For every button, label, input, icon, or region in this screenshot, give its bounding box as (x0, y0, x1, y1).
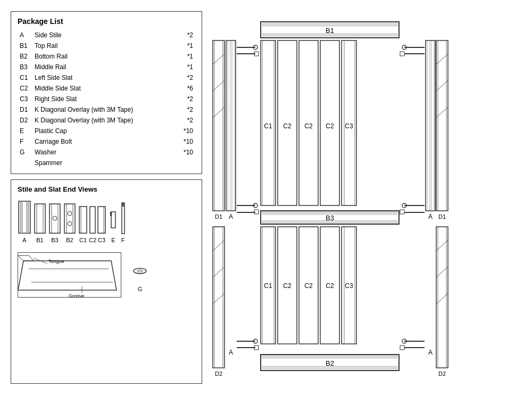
item-code: B3 (18, 62, 32, 72)
item-name: Washer (32, 147, 139, 158)
svg-marker-34 (18, 256, 34, 261)
svg-text:C2: C2 (283, 282, 292, 290)
svg-text:C2: C2 (283, 122, 292, 130)
svg-text:C1: C1 (264, 282, 272, 290)
svg-point-11 (53, 216, 57, 220)
item-name: Bottom Rail (32, 51, 139, 62)
item-name: Plastic Cap (32, 126, 139, 136)
svg-rect-4 (35, 204, 45, 233)
svg-rect-58 (427, 40, 430, 211)
svg-text:A: A (229, 349, 233, 356)
package-item: C1 Left Side Slat *2 (18, 72, 195, 83)
svg-rect-31 (122, 203, 124, 207)
d1-left-label: D1 (215, 213, 222, 220)
item-code: C2 (18, 83, 32, 94)
item-qty: *2 (139, 104, 195, 115)
item-name: K Diagonal Overlay (with 3M Tape) (32, 104, 139, 115)
svg-text:C2: C2 (326, 282, 334, 290)
svg-text:Tongue: Tongue (48, 259, 64, 264)
svg-text:Groove: Groove (69, 293, 85, 298)
svg-rect-45 (232, 40, 235, 211)
item-qty: *6 (139, 83, 195, 94)
washer-label: G (138, 286, 143, 292)
a-right-top-label: A (428, 213, 433, 220)
item-qty: *10 (139, 136, 195, 147)
svg-rect-106 (400, 345, 404, 350)
svg-text:C3: C3 (98, 237, 105, 243)
item-code: D1 (18, 104, 32, 115)
item-code: A (18, 30, 32, 40)
package-item: D2 K Diagonal Overlay (with 3M Tape) *2 (18, 115, 195, 126)
item-qty: *2 (139, 72, 195, 83)
svg-rect-22 (90, 207, 95, 233)
svg-text:C2: C2 (304, 122, 313, 130)
svg-point-17 (68, 221, 72, 226)
item-qty: *2 (139, 115, 195, 126)
svg-rect-2 (27, 201, 29, 233)
svg-rect-27 (111, 212, 115, 228)
b2-label: B2 (326, 359, 334, 367)
svg-text:B3: B3 (51, 237, 58, 243)
svg-text:C2: C2 (89, 237, 96, 243)
svg-rect-56 (400, 52, 404, 56)
item-code: C3 (18, 94, 32, 104)
a-left-top-label: A (229, 213, 233, 220)
item-name: K Diagonal Overlay (with 3M Tape) (32, 115, 139, 126)
package-list-box: Package List A Side Stile *2 B1 Top Rail… (11, 11, 202, 174)
item-code: B2 (18, 51, 32, 62)
assembly-diagram: A B1 A C1 (207, 11, 521, 384)
d2-right-label: D2 (438, 371, 446, 377)
svg-rect-24 (98, 207, 105, 233)
item-code (18, 158, 32, 168)
end-views-svg: A B1 B3 B2 (18, 199, 193, 246)
svg-text:E: E (111, 237, 115, 243)
svg-point-42 (137, 270, 143, 272)
svg-text:B1: B1 (36, 237, 43, 243)
svg-text:C2: C2 (326, 122, 334, 130)
d1-right-label: D1 (438, 213, 446, 220)
item-name: Spammer (32, 158, 139, 168)
item-qty: *1 (139, 51, 195, 62)
item-code: C1 (18, 72, 32, 83)
item-qty: *2 (139, 30, 195, 40)
svg-text:C3: C3 (345, 282, 353, 290)
svg-rect-51 (262, 23, 397, 26)
svg-rect-43 (226, 40, 236, 211)
svg-rect-44 (228, 40, 230, 211)
package-list-title: Package List (18, 17, 195, 26)
tongue-groove-svg: Tongue Groove (18, 253, 122, 298)
svg-rect-28 (110, 212, 112, 216)
item-qty: *10 (139, 126, 195, 136)
item-name: Middle Side Slat (32, 83, 139, 94)
svg-point-16 (68, 211, 72, 216)
item-name: Middle Rail (32, 62, 139, 72)
item-code: E (18, 126, 32, 136)
item-qty: *1 (139, 62, 195, 72)
item-code: D2 (18, 115, 32, 126)
svg-rect-57 (426, 40, 435, 211)
package-table: A Side Stile *2 B1 Top Rail *1 B2 Bottom… (18, 30, 195, 168)
item-code: F (18, 136, 32, 147)
svg-point-41 (134, 268, 146, 274)
svg-rect-8 (49, 204, 60, 233)
item-name: Carriage Bolt (32, 136, 139, 147)
b3-label: B3 (326, 214, 334, 222)
package-item: E Plastic Cap *10 (18, 126, 195, 136)
svg-marker-33 (18, 261, 117, 290)
package-item: B1 Top Rail *1 (18, 40, 195, 51)
svg-text:A: A (22, 237, 27, 243)
item-code: G (18, 147, 32, 158)
svg-rect-59 (431, 40, 434, 211)
washer-svg (132, 260, 148, 282)
stile-title: Stile and Slat End Views (18, 185, 195, 193)
package-item: C2 Middle Side Slat *6 (18, 83, 195, 94)
item-name: Left Side Slat (32, 72, 139, 83)
main-container: Package List A Side Stile *2 B1 Top Rail… (5, 6, 527, 389)
package-item: A Side Stile *2 (18, 30, 195, 40)
package-item: F Carriage Bolt *10 (18, 136, 195, 147)
svg-rect-19 (79, 207, 87, 233)
svg-rect-1 (20, 201, 22, 233)
package-item: C3 Right Side Slat *2 (18, 94, 195, 104)
item-name: Right Side Slat (32, 94, 139, 104)
svg-rect-13 (64, 204, 75, 233)
